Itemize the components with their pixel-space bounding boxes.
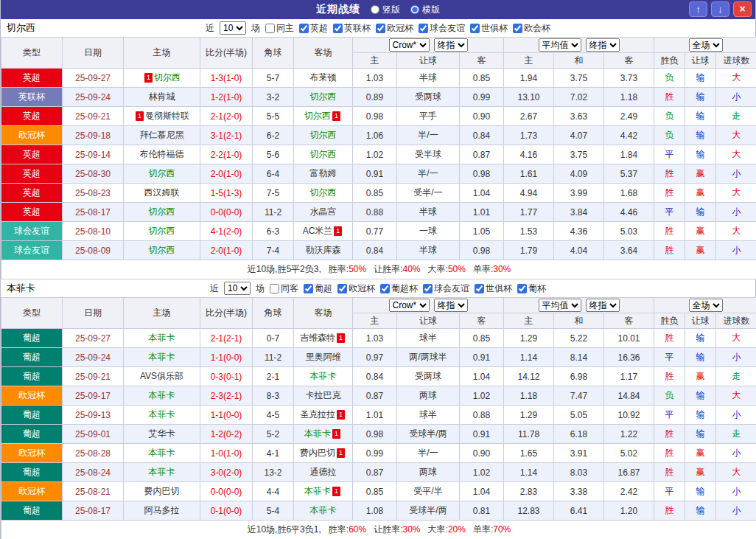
result-goals: 小 bbox=[716, 203, 756, 222]
vertical-radio-label: 竖版 bbox=[382, 4, 400, 16]
scroll-down-button[interactable]: ↓ bbox=[711, 1, 729, 17]
match-date: 25-08-23 bbox=[63, 184, 124, 203]
layout-horizontal-option[interactable]: 横版 bbox=[410, 4, 440, 16]
checkbox-input[interactable] bbox=[517, 284, 527, 293]
result-wdl: 胜 bbox=[654, 164, 685, 184]
checkbox-input[interactable] bbox=[337, 284, 347, 293]
checkbox-input[interactable] bbox=[333, 24, 343, 33]
avg-away-odds: 10.01 bbox=[604, 329, 654, 348]
layout-vertical-option[interactable]: 竖版 bbox=[371, 4, 400, 16]
stat-label: 让胜率: bbox=[374, 524, 402, 535]
result-handicap: 输 bbox=[685, 501, 716, 521]
handicap: 半球 bbox=[397, 203, 460, 222]
filter-checkbox-1-4[interactable]: 球会友谊 bbox=[423, 282, 469, 295]
section-team-name: 切尔西 bbox=[7, 21, 35, 35]
column-header-1: 日期 bbox=[63, 298, 124, 329]
checkbox-input[interactable] bbox=[423, 284, 433, 293]
avg-time-select[interactable]: 终指 bbox=[586, 38, 620, 52]
filter-checkbox-0-5[interactable]: 世俱杯 bbox=[470, 22, 508, 35]
avg-home-odds: 1.29 bbox=[504, 329, 554, 348]
checkbox-input[interactable] bbox=[265, 24, 275, 33]
filter-checkbox-1-3[interactable]: 葡超杯 bbox=[380, 282, 418, 295]
filter-checkbox-0-2[interactable]: 英联杯 bbox=[333, 22, 371, 35]
result-handicap: 输 bbox=[685, 126, 716, 145]
filter-checkbox-1-2[interactable]: 欧冠杯 bbox=[337, 282, 375, 295]
avg-draw-odds: 4.04 bbox=[554, 241, 604, 260]
avg-home-odds: 1.53 bbox=[504, 222, 554, 241]
checkbox-input[interactable] bbox=[419, 24, 428, 33]
match-date: 25-09-24 bbox=[63, 348, 124, 367]
home-team-cell: 本菲卡 bbox=[124, 348, 200, 367]
checkbox-input[interactable] bbox=[513, 24, 522, 33]
handicap: 球半 bbox=[397, 329, 460, 348]
vertical-radio[interactable] bbox=[371, 5, 379, 14]
asia-away-odds: 0.90 bbox=[460, 444, 504, 463]
checkbox-input[interactable] bbox=[475, 284, 484, 293]
checkbox-input[interactable] bbox=[376, 24, 385, 33]
filter-checkbox-0-1[interactable]: 英超 bbox=[299, 22, 328, 35]
result-goals: 小 bbox=[716, 164, 756, 184]
avg-odds-select[interactable]: 平均值 bbox=[539, 38, 581, 52]
league-badge: 英超 bbox=[1, 164, 63, 184]
filter-checkbox-1-0[interactable]: 同客 bbox=[270, 282, 298, 295]
stat-label: 大率: bbox=[428, 524, 448, 535]
avg-home-odds: 2.67 bbox=[504, 107, 554, 126]
asia-away-odds: 0.85 bbox=[460, 69, 504, 88]
bookmaker-select[interactable]: Crow* bbox=[389, 38, 430, 52]
avg-odds-select[interactable]: 平均值 bbox=[539, 299, 581, 312]
avg-draw-odds: 4.09 bbox=[554, 164, 604, 184]
filter-checkbox-0-6[interactable]: 欧会杯 bbox=[513, 22, 550, 35]
euro-odds-header: 平均值终指 bbox=[504, 298, 654, 313]
avg-draw-odds: 3.75 bbox=[554, 69, 604, 88]
filter-checkbox-1-5[interactable]: 世俱杯 bbox=[475, 282, 512, 295]
recent-count-select[interactable]: 10 bbox=[220, 21, 246, 35]
asia-home-odds: 1.08 bbox=[353, 501, 397, 521]
match-score: 2-1(2-1) bbox=[200, 329, 253, 348]
match-row: 英联杯25-09-24林肯城1-2(1-0)3-2切尔西0.89受两球0.991… bbox=[1, 88, 756, 107]
match-date: 25-09-21 bbox=[63, 367, 124, 386]
team-name-text: 切尔西 bbox=[310, 130, 337, 140]
avg-away-odds: 1.22 bbox=[604, 425, 654, 444]
filter-checkbox-0-4[interactable]: 球会友谊 bbox=[419, 22, 465, 35]
home-team-cell: 费内巴切 bbox=[124, 482, 200, 501]
team-name-text: 本菲卡 bbox=[149, 409, 175, 420]
column-header-3: 比分(半场) bbox=[200, 298, 253, 329]
filter-checkbox-1-6[interactable]: 葡杯 bbox=[517, 282, 546, 295]
close-button[interactable]: × bbox=[733, 1, 752, 17]
match-score: 0-0(0-0) bbox=[200, 482, 253, 501]
team-name-text: 里奥阿维 bbox=[306, 352, 341, 362]
stat-label: 大率: bbox=[428, 264, 448, 274]
avg-draw-odds: 4.36 bbox=[554, 222, 604, 241]
avg-time-select[interactable]: 终指 bbox=[586, 299, 620, 312]
scope-select[interactable]: 全场 bbox=[689, 299, 723, 312]
scope-select[interactable]: 全场 bbox=[689, 38, 723, 52]
team-name-text: 本菲卡 bbox=[149, 352, 175, 362]
filter-checkbox-0-3[interactable]: 欧冠杯 bbox=[376, 22, 413, 35]
away-team-cell: 布莱顿 bbox=[294, 69, 353, 88]
filter-checkbox-1-1[interactable]: 葡超 bbox=[304, 282, 332, 295]
asia-home-odds: 0.87 bbox=[353, 463, 397, 482]
team-sections: 切尔西近10场同主英超英联杯欧冠杯球会友谊世俱杯欧会杯类型日期主场比分(半场)角… bbox=[1, 19, 755, 539]
red-card-badge: 1 bbox=[337, 333, 345, 343]
bookmaker-select[interactable]: Crow* bbox=[389, 299, 430, 312]
asia-time-select[interactable]: 终指 bbox=[434, 38, 468, 52]
avg-away-odds: 1.17 bbox=[604, 367, 654, 386]
scroll-up-button[interactable]: ↑ bbox=[689, 1, 707, 17]
horizontal-radio[interactable] bbox=[410, 5, 419, 14]
result-handicap: 赢 bbox=[685, 164, 716, 184]
team-name-text: 费内巴切 bbox=[300, 448, 335, 458]
recent-count-select[interactable]: 10 bbox=[224, 282, 251, 295]
result-wdl: 胜 bbox=[654, 501, 685, 521]
handicap: 受半/一 bbox=[397, 184, 460, 203]
away-team-cell: 切尔西 bbox=[294, 145, 353, 164]
checkbox-input[interactable] bbox=[304, 284, 313, 293]
column-header-6: 主 bbox=[353, 53, 397, 69]
filter-checkbox-0-0[interactable]: 同主 bbox=[265, 22, 294, 35]
checkbox-label: 葡杯 bbox=[528, 282, 546, 295]
checkbox-input[interactable] bbox=[380, 284, 390, 293]
checkbox-input[interactable] bbox=[299, 24, 309, 33]
checkbox-label: 同主 bbox=[276, 22, 294, 35]
checkbox-input[interactable] bbox=[270, 284, 279, 293]
checkbox-input[interactable] bbox=[470, 24, 480, 33]
asia-time-select[interactable]: 终指 bbox=[434, 299, 468, 312]
